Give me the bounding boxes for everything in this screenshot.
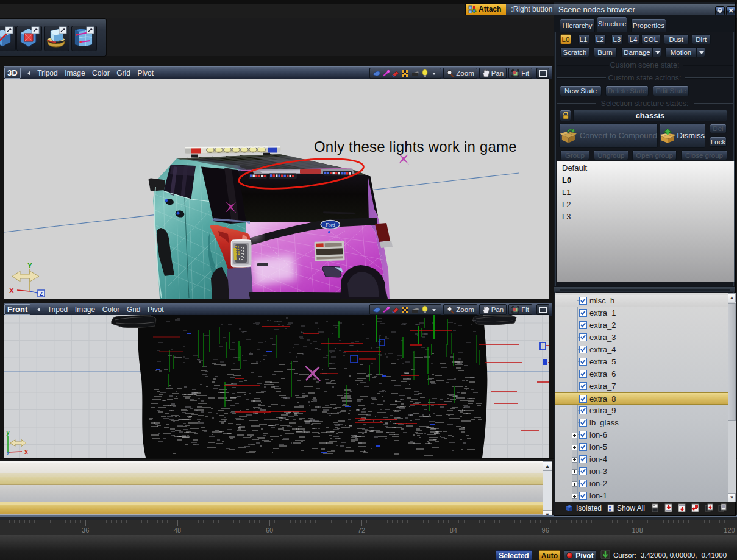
svg-text:Ford: Ford	[325, 222, 336, 228]
svg-text:x: x	[24, 448, 28, 455]
svg-text:Y: Y	[27, 262, 32, 269]
svg-text:z: z	[7, 450, 10, 456]
svg-text:y: y	[6, 429, 10, 436]
svg-text:Z: Z	[40, 291, 43, 297]
svg-text:X: X	[9, 287, 14, 294]
svg-text:Only these lights work in game: Only these lights work in game	[314, 138, 517, 155]
